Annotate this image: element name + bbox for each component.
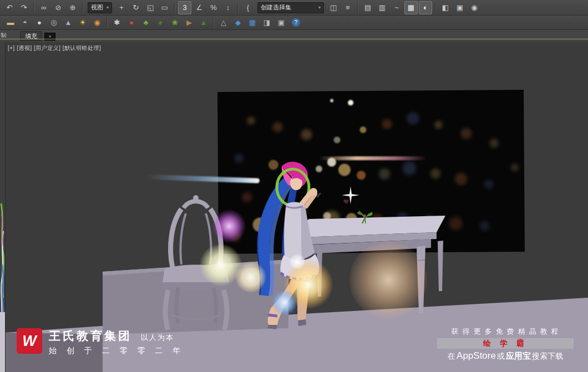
promo-store-appstore: AppStore (457, 350, 496, 361)
grid-icon[interactable]: ▦ (246, 16, 259, 29)
ribbon-icon[interactable]: ▥ (376, 1, 389, 14)
mirror-icon[interactable]: ◫ (327, 1, 340, 14)
unlink-icon[interactable]: ⊘ (52, 1, 65, 14)
viewport-label[interactable]: [+] [透视] [用户定义] [默认明暗处理] (8, 44, 101, 52)
selection-set-label: 创建选择集 (261, 3, 291, 12)
character-model[interactable] (233, 155, 355, 333)
plane-icon[interactable]: ▬ (4, 16, 17, 29)
tree-icon[interactable]: ♠ (154, 16, 167, 29)
sun-icon[interactable]: ☀ (76, 16, 89, 29)
promo-line1: 获 得 更 多 免 费 精 品 教 程 (437, 327, 574, 337)
left-strip-scribbles (0, 198, 5, 325)
brand-slogan: 以人为本 (141, 333, 174, 343)
promo-line2-post: 搜索下载 (532, 351, 563, 361)
brand-watermark: W 王氏教育集团 以人为本 始 创 于 二 零 零 二 年 (17, 328, 184, 356)
rendered-frame-icon[interactable]: ▣ (453, 1, 467, 14)
snowflake-icon[interactable]: ✱ (110, 16, 124, 29)
conifer-icon[interactable]: ▲ (197, 16, 210, 29)
promo-app-badge: 绘 学 霸 (437, 338, 574, 349)
foliage-icon[interactable]: ♣ (139, 16, 153, 29)
curve-editor-icon[interactable]: ~ (390, 1, 403, 14)
promo-line2-pre: 在 (448, 351, 455, 361)
toolbar-separator (435, 3, 436, 13)
spinner-snap-icon[interactable]: ↕ (221, 1, 235, 14)
left-viewport-edge[interactable] (0, 42, 6, 372)
pyramid-icon[interactable]: ▲ (62, 16, 75, 29)
move-icon[interactable]: + (115, 1, 128, 14)
rotate-icon[interactable]: ↻ (129, 1, 143, 14)
flower-icon[interactable]: ❀ (168, 16, 181, 29)
perspective-viewport[interactable]: [+] [透视] [用户定义] [默认明暗处理] (0, 42, 588, 372)
toolbar-separator (107, 18, 108, 28)
snap-toggle-icon[interactable]: 3 (178, 1, 191, 14)
select-link-icon[interactable]: ∞ (37, 1, 50, 14)
keyboard-override-icon[interactable]: { (241, 1, 255, 14)
promo-app-name: 绘 学 霸 (483, 339, 528, 349)
objects-toolbar: ▬ ◓ ● ◎ ▲ ☀ ◉ ✱ ● ♣ ♠ ❀ ▶ ▲ △ ◆ ▦ ◨ ▣ ? (0, 16, 588, 30)
promo-line2-or: 或 (497, 351, 505, 361)
chevron-down-icon: ▾ (107, 5, 109, 10)
align-icon[interactable]: ≡ (341, 1, 354, 14)
brand-logo: W (17, 328, 42, 354)
dock-highlight-line (0, 39, 588, 39)
bind-spacewarp-icon[interactable]: ⊕ (66, 1, 79, 14)
render-icon[interactable]: ◉ (468, 1, 481, 14)
torus-icon[interactable]: ◎ (47, 16, 60, 29)
clipped-panel-label: 制 (1, 32, 6, 39)
toolbar-separator (357, 3, 358, 13)
promo-watermark: 获 得 更 多 免 费 精 品 教 程 绘 学 霸 在 AppStore 或 应… (437, 327, 574, 361)
help-icon[interactable]: ? (292, 18, 300, 27)
percent-snap-icon[interactable]: % (207, 1, 220, 14)
view-dropdown-label: 视图 (91, 3, 103, 12)
marker-icon[interactable]: ● (125, 16, 138, 29)
terrain-icon[interactable]: △ (217, 16, 230, 29)
undo-icon[interactable]: ↶ (3, 1, 16, 14)
redo-icon[interactable]: ↷ (17, 1, 31, 14)
schedule-icon[interactable]: ▦ (404, 1, 418, 14)
promo-line2: 在 AppStore 或 应用宝 搜索下载 (437, 350, 574, 361)
sphere-icon[interactable]: ● (33, 16, 46, 29)
water-icon[interactable]: ◆ (231, 16, 245, 29)
frame-icon[interactable]: ▣ (275, 16, 288, 29)
toolbar-separator (213, 18, 214, 28)
toolbar-separator (33, 3, 34, 13)
toolbar-separator (82, 3, 83, 13)
promo-store-yyb: 应用宝 (506, 351, 531, 361)
ring-icon[interactable]: ◉ (90, 16, 104, 29)
main-toolbar: ↶ ↷ ∞ ⊘ ⊕ 视图 ▾ + ↻ ◱ ▭ 3 ∠ % ↕ { 创建选择集 ▾… (0, 0, 588, 16)
scale-icon[interactable]: ◱ (144, 1, 157, 14)
tool-tab-row: 制 填充 ▾ (0, 30, 588, 42)
render-setup-icon[interactable]: ◧ (439, 1, 452, 14)
bird-icon[interactable]: ▶ (183, 16, 196, 29)
left-strip-floor (0, 312, 5, 372)
chevron-down-icon: ▾ (318, 5, 321, 10)
material-editor-icon[interactable]: ◐ (419, 1, 432, 14)
dome-icon[interactable]: ◓ (18, 16, 32, 29)
layer-manager-icon[interactable]: ▤ (361, 1, 374, 14)
selection-set-field[interactable]: 创建选择集 ▾ (257, 2, 324, 13)
brand-name: 王氏教育集团 (49, 328, 132, 344)
tab-fill[interactable]: 填充 (20, 31, 42, 41)
region-select-icon[interactable]: ▭ (158, 1, 171, 14)
3dsmax-window: ↶ ↷ ∞ ⊘ ⊕ 视图 ▾ + ↻ ◱ ▭ 3 ∠ % ↕ { 创建选择集 ▾… (0, 0, 588, 372)
toolbar-separator (237, 3, 239, 13)
view-dropdown[interactable]: 视图 ▾ (88, 2, 112, 13)
brand-since: 始 创 于 二 零 零 二 年 (49, 346, 184, 356)
angle-snap-icon[interactable]: ∠ (192, 1, 206, 14)
toolbar-separator (174, 3, 175, 13)
sparkle-icon (339, 185, 362, 207)
panel-icon[interactable]: ◨ (260, 16, 273, 29)
